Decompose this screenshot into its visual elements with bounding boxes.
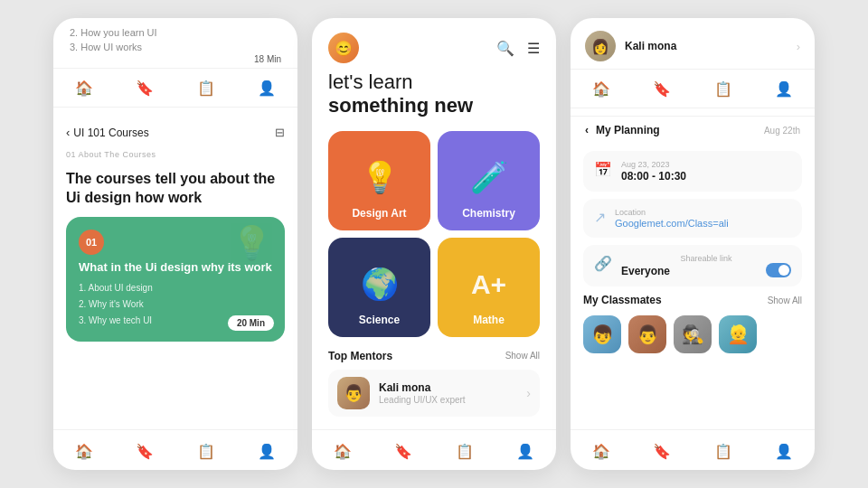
shareable-content: Shareable link Everyone <box>621 254 791 277</box>
mentor-card[interactable]: 👨 Kali mona Leading UI/UX expert › <box>328 370 540 417</box>
mathe-label: Mathe <box>473 314 505 326</box>
course-header-bar: ‹ UI 101 Courses ⊟ <box>66 126 285 139</box>
bottom-nav-bar-mid: 🏠 🔖 📋 👤 <box>312 429 556 470</box>
lesson-number: 01 <box>79 230 104 255</box>
edit-nav-icon[interactable]: 📋 <box>196 441 216 461</box>
search-icon[interactable]: 🔍 <box>496 40 514 57</box>
header-icons: 🔍 ☰ <box>496 40 540 57</box>
home-nav-icon-right[interactable]: 🏠 <box>591 441 611 461</box>
profile-nav-icon[interactable]: 👤 <box>257 441 277 461</box>
location-row: ↗ Location Googlemet.com/Class=ali <box>583 199 802 238</box>
profile-nav-icon-right[interactable]: 👤 <box>774 441 794 461</box>
profile-avatar: 👩 <box>585 31 616 61</box>
classmates-section: My Classmates Show All 👦 👨 🕵️ 👱 <box>583 294 802 353</box>
location-value[interactable]: Googlemet.com/Class=ali <box>615 218 729 229</box>
bottom-nav-bar-left: 🏠 🔖 📋 👤 <box>53 429 297 470</box>
subject-chemistry[interactable]: 🧪 Chemistry <box>438 131 540 230</box>
classmate-2[interactable]: 👨 <box>628 315 666 353</box>
classmate-1[interactable]: 👦 <box>583 315 621 353</box>
bulb-decoration: 💡 <box>231 224 272 262</box>
shareable-row: 🔗 Shareable link Everyone <box>583 245 802 286</box>
edit-nav-icon-right[interactable]: 📋 <box>713 441 733 461</box>
schedule-date: Aug 23, 2023 <box>621 160 686 169</box>
top-nav-bar-right: 🏠 🔖 📋 👤 <box>571 69 815 108</box>
design-art-label: Design Art <box>352 207 406 220</box>
bookmark-icon[interactable]: 🔖 <box>135 78 155 98</box>
classmates-title: My Classmates <box>583 294 662 306</box>
bookmark-nav-icon-right[interactable]: 🔖 <box>652 441 672 461</box>
bookmark-icon-right-top[interactable]: 🔖 <box>652 79 672 99</box>
planning-date: Aug 22th <box>764 126 800 136</box>
edit-icon[interactable]: 📋 <box>196 78 216 98</box>
hero-line1: let's learn <box>328 70 412 93</box>
right-panel: 👩 Kali mona › 🏠 🔖 📋 👤 ‹ My Planning Aug … <box>571 18 815 470</box>
profile-icon[interactable]: 👤 <box>257 78 277 98</box>
profile-row: 👩 Kali mona › <box>571 18 815 69</box>
shareable-value: Everyone <box>621 265 670 277</box>
classmates-row: 👦 👨 🕵️ 👱 <box>583 315 802 353</box>
menu-icon[interactable]: ☰ <box>527 40 540 57</box>
classmates-header: My Classmates Show All <box>583 294 802 306</box>
profile-nav-icon-mid[interactable]: 👤 <box>515 441 535 461</box>
subject-mathe[interactable]: A+ Mathe <box>438 238 540 337</box>
classmate-3[interactable]: 🕵️ <box>674 315 712 353</box>
calendar-icon: 📅 <box>594 161 612 178</box>
shareable-toggle[interactable] <box>766 263 791 277</box>
planning-back-row[interactable]: ‹ My Planning <box>585 124 660 136</box>
mentors-show-all[interactable]: Show All <box>505 351 540 361</box>
profile-icon-right-top[interactable]: 👤 <box>774 79 794 99</box>
mentor-info: Kali mona Leading UI/UX expert <box>379 381 526 405</box>
classmate-4[interactable]: 👱 <box>719 315 757 353</box>
top-duration: 18 Min <box>70 54 281 64</box>
schedule-row: 📅 Aug 23, 2023 08:00 - 10:30 <box>583 151 802 192</box>
bookmark-nav-icon-mid[interactable]: 🔖 <box>393 441 413 461</box>
science-icon: 🌍 <box>361 266 399 302</box>
user-avatar: 😊 <box>328 33 359 63</box>
course-item-3: 3. How UI works <box>70 40 281 54</box>
home-icon-right-top[interactable]: 🏠 <box>591 79 611 99</box>
mentor-role: Leading UI/UX expert <box>379 395 526 405</box>
profile-chevron-icon: › <box>797 40 800 53</box>
science-label: Science <box>359 314 400 326</box>
home-nav-icon-mid[interactable]: 🏠 <box>333 441 353 461</box>
home-icon[interactable]: 🏠 <box>74 78 94 98</box>
subject-design-art[interactable]: 💡 Design Art <box>328 131 430 230</box>
mathe-icon: A+ <box>471 268 506 299</box>
link-icon: 🔗 <box>594 255 612 272</box>
top-course-list: 2. How you learn UI 3. How UI works 18 M… <box>53 18 297 68</box>
course-subtitle: 01 About The Courses <box>66 150 285 159</box>
right-body: 📅 Aug 23, 2023 08:00 - 10:30 ↗ Location … <box>571 144 815 429</box>
bookmark-nav-icon[interactable]: 🔖 <box>135 441 155 461</box>
top-nav-bar: 🏠 🔖 📋 👤 <box>53 68 297 108</box>
course-header-title: UI 101 Courses <box>73 127 148 139</box>
subject-science[interactable]: 🌍 Science <box>328 238 430 337</box>
schedule-content: Aug 23, 2023 08:00 - 10:30 <box>621 160 686 183</box>
back-chevron: ‹ <box>66 126 70 139</box>
hero-text: let's learn something new <box>328 70 540 118</box>
shareable-label: Shareable link <box>680 254 731 263</box>
mentor-chevron-icon: › <box>526 386 531 400</box>
edit-nav-icon-mid[interactable]: 📋 <box>455 441 475 461</box>
course-main-title: The courses tell you about the Ui design… <box>66 170 285 208</box>
middle-panel: 😊 🔍 ☰ let's learn something new 💡 Design… <box>312 18 556 470</box>
lesson-duration-badge: 20 Min <box>228 315 274 331</box>
mentors-header: Top Mentors Show All <box>328 350 540 362</box>
planning-header: ‹ My Planning Aug 22th <box>571 116 815 144</box>
edit-icon-right-top[interactable]: 📋 <box>713 79 733 99</box>
home-nav-icon[interactable]: 🏠 <box>74 441 94 461</box>
chemistry-icon: 🧪 <box>470 159 508 195</box>
mentor-name: Kali mona <box>379 381 526 394</box>
lesson-item-1: 1. About UI design <box>79 280 272 296</box>
mentors-title: Top Mentors <box>328 350 392 362</box>
lesson-title: What in the Ui design why its work <box>79 260 272 276</box>
filter-icon[interactable]: ⊟ <box>275 126 285 139</box>
course-item-2: 2. How you learn UI <box>70 25 281 40</box>
middle-header: 😊 🔍 ☰ <box>312 18 556 70</box>
green-lesson-card[interactable]: 💡 01 What in the Ui design why its work … <box>66 217 285 343</box>
design-art-icon: 💡 <box>361 159 399 195</box>
lesson-item-2: 2. Why it's Work <box>79 296 272 313</box>
classmates-show-all[interactable]: Show All <box>768 296 802 305</box>
back-row[interactable]: ‹ UI 101 Courses <box>66 126 149 139</box>
middle-body: let's learn something new 💡 Design Art 🧪… <box>312 70 556 429</box>
profile-name: Kali mona <box>625 40 676 52</box>
